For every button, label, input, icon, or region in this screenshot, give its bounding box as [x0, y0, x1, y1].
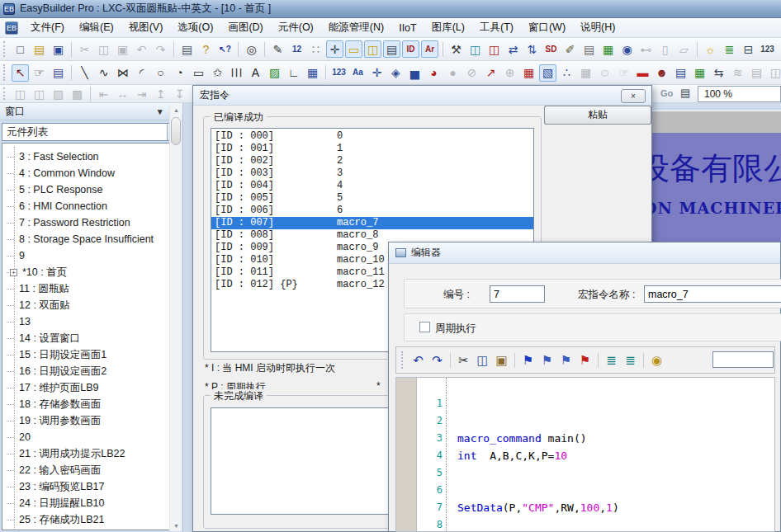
5[interactable]: [ID : 005] 5 [211, 192, 533, 205]
menu-item[interactable]: 选项(O) [170, 18, 220, 37]
tree-item-window[interactable]: + 26 [2, 528, 181, 530]
circle-icon[interactable]: ○ [152, 64, 169, 82]
next-bookmark-icon[interactable]: ⚑ [538, 351, 556, 369]
upload-icon[interactable]: ⇅ [523, 40, 541, 58]
view-list-icon[interactable]: ▤ [680, 87, 690, 99]
data-table-icon[interactable]: ▦ [520, 64, 537, 82]
arc-icon[interactable]: ◜ [133, 64, 150, 82]
picture-icon[interactable]: ▨ [266, 64, 283, 82]
properties-icon[interactable]: ▤ [50, 64, 67, 82]
menu-item[interactable]: 工具(T) [472, 18, 521, 37]
prev-bookmark-icon[interactable]: ⚑ [557, 351, 575, 369]
numeric-object-icon[interactable]: 123 [330, 64, 348, 82]
pie-icon[interactable]: ◔ [171, 64, 188, 82]
id-display-icon[interactable]: ID [402, 40, 419, 58]
project-canvas[interactable]: 设备有限公 ON MACHINERY [651, 103, 781, 250]
line-icon[interactable]: ╲ [76, 64, 93, 82]
menu-item[interactable]: 元件(O) [271, 18, 321, 37]
polyline-icon[interactable]: ⋈ [114, 64, 131, 82]
move-object-icon[interactable]: ✛ [368, 64, 386, 82]
tree-item-window[interactable]: + 11 : 圆瓶贴 [2, 280, 181, 297]
panel-view-select[interactable]: 元件列表 ▼ [2, 123, 182, 141]
meter-icon[interactable]: ◕ [425, 64, 443, 82]
address-viewer-icon[interactable]: ⊟ [740, 40, 757, 58]
0[interactable]: [ID : 000] 0 [211, 130, 533, 143]
download-icon[interactable]: ⇄ [504, 40, 522, 58]
traffic-light-icon[interactable]: ≣ [721, 40, 738, 58]
layered-windows-icon[interactable]: ◫ [364, 40, 381, 58]
macro_7[interactable]: [ID : 007] macro_7 [211, 217, 533, 229]
rectangle-icon[interactable]: ▭ [190, 64, 207, 82]
select-pointer-icon[interactable]: ↖ [12, 64, 29, 82]
polygon-icon[interactable]: ✩ [209, 64, 226, 82]
cut-icon[interactable]: ✂ [455, 351, 472, 369]
alarm-bar-icon[interactable]: ▬ [634, 64, 651, 82]
copy-icon[interactable]: ◫ [474, 351, 491, 369]
pen-icon[interactable]: ✎ [269, 40, 286, 58]
search-object-icon[interactable]: ◉ [618, 40, 636, 58]
tree-item-window[interactable]: + 6 : HMI Connection [2, 198, 181, 214]
scatter-icon[interactable]: ∴ [558, 64, 575, 82]
scroll-up-icon[interactable]: ▲ [170, 104, 182, 115]
toolbar-grip[interactable] [3, 64, 7, 81]
menu-item[interactable]: 图库(L) [424, 18, 472, 37]
toolbar-grip[interactable] [401, 351, 405, 370]
toolbar-grip[interactable] [3, 87, 7, 100]
comment-icon[interactable]: ▤ [383, 40, 400, 58]
tree-item-window[interactable]: + 9 [2, 247, 181, 264]
macro-id-input[interactable] [490, 285, 545, 303]
tree-item-window[interactable]: + *10 : 首页 [2, 264, 181, 280]
snap-crosshair-icon[interactable]: ✛ [326, 40, 343, 58]
menu-item[interactable]: 视图(V) [121, 18, 171, 37]
code-editor[interactable]: 1 2 macro_command main() 3 int A,B,C,K,P… [395, 377, 775, 532]
toggle-bookmark-icon[interactable]: ⚑ [519, 351, 537, 369]
tree-item-window[interactable]: + 16 : 日期设定画面2 [2, 363, 181, 379]
bar-graph-icon[interactable]: ▅ [406, 64, 424, 82]
scale-ticks-icon[interactable]: ∣∣∣ [228, 64, 245, 82]
menu-item[interactable]: 窗口(W) [521, 18, 573, 37]
tree-item-window[interactable]: + 3 : Fast Selection [2, 148, 181, 165]
freeform-icon[interactable]: ∿ [95, 64, 112, 82]
help-icon[interactable]: ? [197, 40, 215, 58]
new-file-icon[interactable]: □ [12, 40, 29, 58]
tree-item-window[interactable]: + 21 : 调用成功提示LB22 [2, 445, 181, 462]
hand-pan-icon[interactable]: ☞ [31, 64, 48, 82]
undo-icon[interactable]: ↶ [409, 351, 427, 369]
6[interactable]: [ID : 006] 6 [211, 205, 533, 217]
find-next-icon[interactable]: ◉ [648, 351, 665, 369]
scroll-down-icon[interactable]: ▼ [170, 520, 182, 531]
close-icon[interactable]: × [621, 89, 646, 103]
csv-icon[interactable]: ▤ [580, 40, 598, 58]
editor-dialog-titlebar[interactable]: 编辑器 [389, 242, 780, 264]
macro-name-input[interactable] [644, 285, 781, 303]
tree-item-window[interactable]: + 18 : 存储参数画面 [2, 396, 181, 412]
tree-item-window[interactable]: + 15 : 日期设定画面1 [2, 346, 181, 363]
edit-data-icon[interactable]: ✐ [561, 40, 579, 58]
outdent-icon[interactable]: ≣ [622, 351, 639, 369]
trend-icon[interactable]: ↗ [482, 64, 499, 82]
tree-item-window[interactable]: + 12 : 双面贴 [2, 297, 181, 313]
sd-card-icon[interactable]: SD [542, 40, 560, 58]
4[interactable]: [ID : 004] 4 [211, 180, 533, 192]
recipe-table-icon[interactable]: ▦ [599, 40, 617, 58]
grid-icon[interactable]: ∷ [307, 40, 324, 58]
offline-simulation-icon[interactable]: ◫ [485, 40, 503, 58]
2[interactable]: [ID : 002] 2 [211, 155, 533, 167]
print-icon[interactable]: ▤ [178, 40, 196, 58]
clear-bookmarks-icon[interactable]: ⚑ [576, 351, 594, 369]
open-folder-icon[interactable]: ▤ [31, 40, 48, 58]
menu-item[interactable]: 能源管理(N) [321, 18, 391, 37]
tree-item-window[interactable]: + 14 : 设置窗口 [2, 330, 181, 346]
find-icon[interactable]: ◎ [243, 40, 260, 58]
tree-item-window[interactable]: + 19 : 调用参数画面 [2, 412, 181, 429]
menu-item[interactable]: 编辑(E) [72, 18, 121, 37]
panel-menu-icon[interactable]: ▼ [156, 107, 164, 116]
function-block-icon[interactable]: ◈ [387, 64, 405, 82]
menu-item[interactable]: 文件(F) [23, 18, 72, 37]
macro_8[interactable]: [ID : 008] macro_8 [211, 229, 533, 242]
paste-icon[interactable]: ▣ [493, 351, 510, 369]
menu-item[interactable]: IIoT [391, 20, 424, 36]
macro-dialog-titlebar[interactable]: 宏指令 × [193, 86, 651, 106]
zoom-level-select[interactable]: 100 % [698, 86, 781, 102]
menu-item[interactable]: 说明(H) [573, 18, 622, 37]
